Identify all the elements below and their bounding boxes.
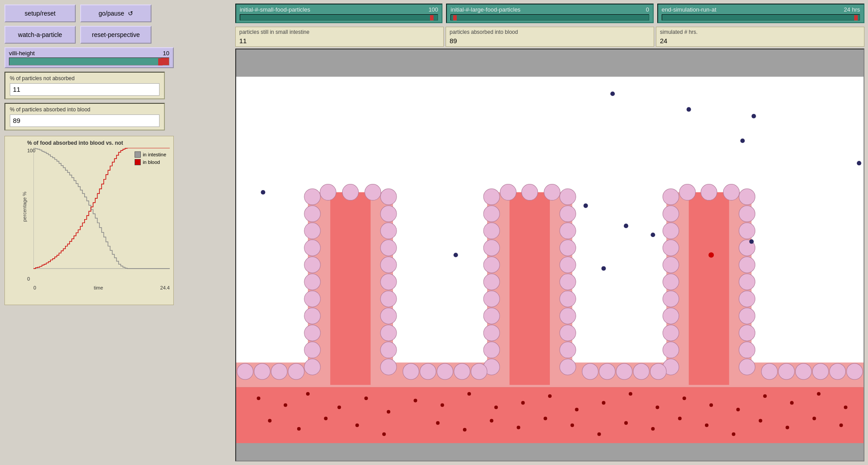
- small-particles-label: initial-#-small-food-particles: [240, 6, 310, 13]
- svg-point-9: [304, 206, 320, 222]
- end-sim-slider-container: end-simulation-run-at 24 hrs: [657, 4, 864, 23]
- absorbed-blood-box: particles absorbed into blood 89: [446, 27, 654, 47]
- small-particles-thumb[interactable]: [430, 15, 434, 20]
- svg-rect-34: [509, 192, 550, 385]
- svg-point-21: [381, 223, 397, 239]
- svg-point-49: [560, 240, 576, 256]
- chart-svg: [33, 148, 170, 281]
- svg-point-46: [560, 189, 576, 205]
- svg-point-159: [759, 419, 762, 423]
- svg-point-119: [257, 396, 260, 400]
- large-particles-thumb[interactable]: [453, 15, 457, 20]
- svg-point-156: [678, 417, 682, 420]
- svg-point-57: [500, 184, 516, 200]
- villi-height-label: villi-height 10: [9, 50, 169, 57]
- svg-point-143: [297, 427, 301, 431]
- svg-point-51: [560, 274, 576, 290]
- svg-point-101: [762, 363, 778, 379]
- svg-point-40: [483, 274, 500, 290]
- svg-point-53: [560, 308, 576, 324]
- svg-point-162: [839, 424, 843, 427]
- reset-perspective-button[interactable]: reset-perspective: [80, 26, 151, 44]
- svg-point-106: [847, 363, 863, 379]
- svg-point-68: [663, 291, 679, 307]
- villi-height-track[interactable]: [9, 57, 169, 65]
- svg-point-116: [749, 239, 754, 244]
- svg-point-117: [454, 253, 458, 257]
- svg-point-157: [705, 424, 708, 427]
- svg-point-158: [732, 432, 735, 436]
- svg-point-58: [522, 184, 538, 200]
- end-sim-thumb[interactable]: [854, 15, 858, 20]
- svg-point-140: [817, 392, 820, 396]
- svg-point-110: [740, 139, 745, 143]
- svg-point-28: [381, 342, 397, 358]
- end-sim-label: end-simulation-run-at: [662, 6, 717, 13]
- small-particles-track[interactable]: [240, 14, 438, 20]
- watch-particle-button[interactable]: watch-a-particle: [4, 26, 76, 44]
- svg-point-81: [739, 325, 755, 341]
- chart-title: % of food absorbed into blood vs. not: [27, 140, 170, 146]
- svg-point-113: [583, 204, 588, 208]
- svg-point-43: [483, 325, 500, 341]
- svg-point-44: [483, 342, 500, 358]
- chart-y-label: percentage %: [22, 192, 27, 222]
- stats-row: particles still in small intestine 11 pa…: [232, 25, 868, 49]
- svg-point-151: [544, 417, 547, 420]
- svg-point-71: [663, 342, 679, 358]
- svg-point-105: [830, 363, 846, 379]
- not-absorbed-label: % of particles not absorbed: [10, 75, 160, 82]
- svg-point-137: [736, 408, 740, 411]
- svg-point-20: [381, 206, 397, 222]
- simulated-hrs-value: 24: [660, 35, 860, 45]
- large-particles-track[interactable]: [450, 14, 649, 20]
- villi-height-thumb[interactable]: [158, 58, 163, 65]
- absorption-chart: % of food absorbed into blood vs. not pe…: [4, 136, 174, 305]
- svg-point-77: [739, 257, 755, 273]
- svg-point-145: [356, 424, 359, 427]
- svg-point-107: [610, 91, 615, 96]
- svg-point-128: [494, 405, 498, 409]
- svg-point-134: [655, 405, 659, 409]
- large-particles-label-row: initial-#-large-food-particles 0: [450, 6, 649, 13]
- svg-point-27: [381, 325, 397, 341]
- svg-point-31: [342, 184, 358, 200]
- absorbed-monitor: % of particles absorbed into blood 89: [4, 103, 165, 131]
- svg-point-108: [687, 107, 691, 112]
- svg-rect-2: [236, 67, 864, 77]
- setup-reset-button[interactable]: setup/reset: [4, 4, 76, 22]
- svg-point-94: [454, 363, 470, 379]
- absorbed-value: 89: [10, 114, 160, 127]
- svg-point-121: [306, 392, 310, 396]
- svg-point-135: [683, 396, 686, 400]
- svg-point-17: [304, 342, 320, 358]
- svg-point-97: [599, 363, 615, 379]
- svg-point-22: [381, 240, 397, 256]
- go-pause-button[interactable]: go/pause ↺: [80, 4, 151, 22]
- chart-x-min: 0: [33, 285, 36, 290]
- svg-point-129: [521, 401, 525, 404]
- svg-point-16: [304, 325, 320, 341]
- not-absorbed-value: 11: [10, 83, 160, 96]
- large-particles-slider-container: initial-#-large-food-particles 0: [446, 4, 653, 23]
- end-sim-track[interactable]: [662, 14, 860, 20]
- svg-point-122: [337, 405, 341, 409]
- svg-point-124: [387, 410, 390, 413]
- villi-height-label-text: villi-height: [9, 50, 35, 57]
- small-particles-slider-container: initial-#-small-food-particles 100: [235, 4, 442, 23]
- svg-point-29: [381, 359, 397, 375]
- svg-point-48: [560, 223, 576, 239]
- svg-point-104: [812, 363, 828, 379]
- svg-point-39: [483, 257, 500, 273]
- simulated-hrs-box: simulated # hrs. 24: [656, 27, 864, 47]
- svg-point-65: [663, 240, 679, 256]
- svg-point-66: [663, 257, 679, 273]
- svg-point-13: [304, 274, 320, 290]
- svg-point-55: [560, 342, 576, 358]
- svg-point-155: [651, 427, 655, 431]
- svg-point-37: [483, 223, 500, 239]
- svg-point-64: [663, 223, 679, 239]
- svg-point-67: [663, 274, 679, 290]
- svg-point-74: [739, 206, 755, 222]
- svg-point-141: [844, 405, 848, 409]
